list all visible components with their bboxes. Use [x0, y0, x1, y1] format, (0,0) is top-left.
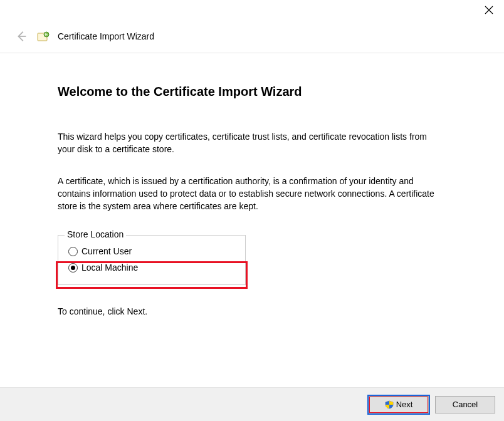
- radio-label-local-machine: Local Machine: [81, 262, 138, 273]
- radio-local-machine[interactable]: Local Machine: [67, 259, 236, 276]
- page-title: Welcome to the Certificate Import Wizard: [58, 85, 460, 99]
- wizard-footer: Next Cancel: [0, 387, 504, 421]
- uac-shield-icon: [385, 400, 394, 409]
- close-button[interactable]: [484, 5, 495, 16]
- radio-icon: [68, 247, 78, 256]
- store-location-group: Store Location Current User Local Machin…: [58, 235, 246, 285]
- wizard-title: Certificate Import Wizard: [58, 31, 154, 41]
- back-button[interactable]: [13, 28, 30, 45]
- intro-paragraph-2: A certificate, which is issued by a cert…: [58, 175, 446, 213]
- intro-paragraph-1: This wizard helps you copy certificates,…: [58, 130, 446, 156]
- radio-icon: [68, 263, 78, 273]
- next-button[interactable]: Next: [369, 396, 429, 413]
- store-location-legend: Store Location: [65, 229, 126, 239]
- next-button-label: Next: [396, 400, 413, 409]
- continue-instruction: To continue, click Next.: [58, 306, 460, 316]
- radio-label-current-user: Current User: [81, 246, 132, 256]
- wizard-header: Certificate Import Wizard: [0, 25, 504, 53]
- radio-current-user[interactable]: Current User: [67, 243, 236, 259]
- certificate-wizard-icon: [36, 29, 51, 43]
- cancel-button-label: Cancel: [453, 400, 478, 409]
- cancel-button[interactable]: Cancel: [435, 396, 495, 413]
